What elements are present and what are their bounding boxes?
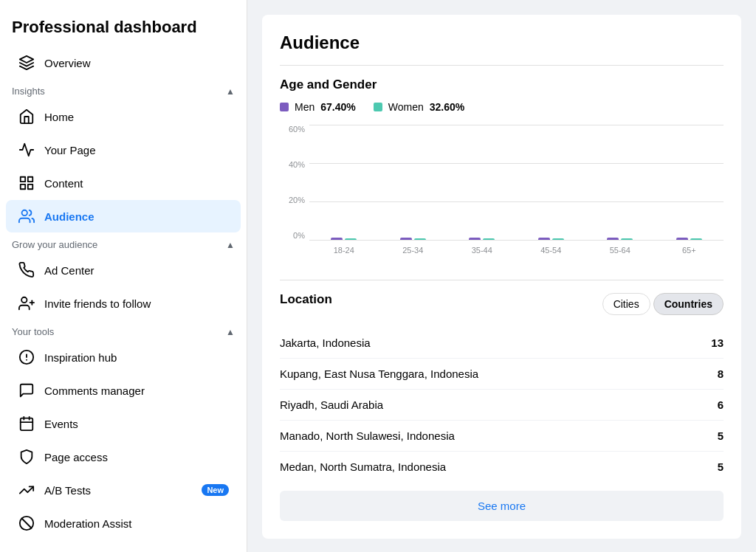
location-row: Kupang, East Nusa Tenggara, Indonesia 8 xyxy=(280,359,724,390)
sidebar-item-moderation-assist-label: Moderation Assist xyxy=(44,517,131,530)
sidebar-item-moderation-assist[interactable]: Moderation Assist xyxy=(6,507,241,539)
your-tools-chevron-icon: ▲ xyxy=(226,327,235,337)
sidebar-item-ab-tests[interactable]: A/B Tests New xyxy=(6,474,241,506)
tab-countries-button[interactable]: Countries xyxy=(653,293,724,315)
page-access-icon xyxy=(18,448,35,466)
sidebar-item-home[interactable]: Home xyxy=(6,100,241,133)
invite-icon xyxy=(18,294,35,312)
men-pct: 67.40% xyxy=(320,101,355,113)
sidebar-item-content[interactable]: Content xyxy=(6,167,241,199)
location-count: 6 xyxy=(718,399,724,411)
location-city: Medan, North Sumatra, Indonesia xyxy=(280,460,446,473)
your-tools-section-header[interactable]: Your tools ▲ xyxy=(0,320,247,340)
bar-label: 55-64 xyxy=(610,246,630,255)
location-table: Jakarta, Indonesia 13 Kupang, East Nusa … xyxy=(280,328,724,482)
sidebar-title: Professional dashboard xyxy=(0,12,247,46)
bar-group-35-44: 35-44 xyxy=(469,238,495,240)
men-label: Men xyxy=(295,101,315,113)
sidebar: Professional dashboard Overview Insights… xyxy=(0,0,247,552)
sidebar-item-inspiration-hub-label: Inspiration hub xyxy=(44,351,117,364)
location-city: Riyadh, Saudi Arabia xyxy=(280,399,383,411)
sidebar-item-audience-label: Audience xyxy=(44,210,94,223)
women-pct: 32.60% xyxy=(430,101,464,113)
ab-tests-icon xyxy=(18,481,35,499)
bar-women xyxy=(483,238,495,240)
sidebar-item-comments-manager-label: Comments manager xyxy=(44,384,145,397)
bar-label: 25-34 xyxy=(402,246,423,255)
events-icon xyxy=(18,415,35,432)
insights-section-header[interactable]: Insights ▲ xyxy=(0,80,247,100)
bar-women xyxy=(345,238,357,240)
svg-rect-1 xyxy=(21,177,25,182)
sidebar-item-events[interactable]: Events xyxy=(6,407,241,440)
sidebar-item-comments-manager[interactable]: Comments manager xyxy=(6,374,241,407)
bar-label: 65+ xyxy=(682,246,696,255)
divider-1 xyxy=(280,65,724,66)
location-count: 8 xyxy=(718,368,724,380)
bar-men xyxy=(469,238,481,240)
sidebar-item-inspiration-hub[interactable]: Inspiration hub xyxy=(6,341,241,373)
sidebar-item-events-label: Events xyxy=(44,418,78,430)
page-icon xyxy=(18,141,35,159)
location-title: Location xyxy=(280,292,332,307)
svg-rect-12 xyxy=(21,418,33,431)
sidebar-item-your-page-label: Your Page xyxy=(44,144,96,156)
men-dot xyxy=(280,103,289,111)
svg-marker-0 xyxy=(20,56,33,63)
location-row: Jakarta, Indonesia 13 xyxy=(280,328,724,359)
bar-label: 18-24 xyxy=(334,246,354,255)
sidebar-item-ad-center[interactable]: Ad Center xyxy=(6,254,241,286)
sidebar-item-audience[interactable]: Audience xyxy=(6,200,241,232)
audience-title: Audience xyxy=(280,32,724,53)
svg-rect-2 xyxy=(28,177,32,182)
home-icon xyxy=(18,108,35,125)
content-icon xyxy=(18,174,35,192)
tab-cities-button[interactable]: Cities xyxy=(602,293,650,315)
bar-men xyxy=(538,238,550,240)
bar-group-55-64: 55-64 xyxy=(607,238,633,240)
y-label-60: 60% xyxy=(289,125,305,134)
y-label-20: 20% xyxy=(289,196,305,204)
bar-women xyxy=(621,238,633,240)
grow-audience-section-header[interactable]: Grow your audience ▲ xyxy=(0,233,247,253)
sidebar-item-content-label: Content xyxy=(44,177,83,190)
bar-women xyxy=(690,238,702,240)
sidebar-item-page-access-label: Page access xyxy=(44,451,108,463)
sidebar-item-your-page[interactable]: Your Page xyxy=(6,134,241,166)
location-header: Location Cities Countries xyxy=(280,292,724,316)
sidebar-item-overview-label: Overview xyxy=(44,57,91,69)
insights-chevron-icon: ▲ xyxy=(226,86,235,97)
comments-icon xyxy=(18,382,35,399)
main-content: Audience Age and Gender Men 67.40% Women… xyxy=(247,0,756,552)
sidebar-item-invite-friends[interactable]: Invite friends to follow xyxy=(6,287,241,320)
age-gender-section: Age and Gender Men 67.40% Women 32.60% 6… xyxy=(280,77,724,258)
sidebar-item-page-access[interactable]: Page access xyxy=(6,441,241,473)
divider-2 xyxy=(280,280,724,280)
svg-rect-3 xyxy=(21,184,25,189)
location-city: Jakarta, Indonesia xyxy=(280,337,371,349)
location-count: 5 xyxy=(718,429,724,442)
location-section: Location Cities Countries Jakarta, Indon… xyxy=(280,292,724,521)
location-count: 5 xyxy=(718,460,724,473)
y-label-40: 40% xyxy=(289,160,305,169)
sidebar-item-overview[interactable]: Overview xyxy=(6,46,241,79)
insights-label: Insights xyxy=(12,86,45,97)
grow-chevron-icon: ▲ xyxy=(226,240,235,250)
bar-chart: 60% 40% 20% 0% 18-24 xyxy=(280,125,724,258)
legend: Men 67.40% Women 32.60% xyxy=(280,101,724,113)
bar-group-65+: 65+ xyxy=(676,238,702,240)
moderation-icon xyxy=(18,514,35,532)
ad-center-icon xyxy=(18,261,35,279)
location-count: 13 xyxy=(711,337,724,349)
bar-men xyxy=(400,238,412,240)
legend-men: Men 67.40% xyxy=(280,101,356,113)
see-more-button[interactable]: See more xyxy=(280,491,724,521)
bar-group-45-54: 45-54 xyxy=(538,238,564,240)
location-row: Manado, North Sulawesi, Indonesia 5 xyxy=(280,421,724,452)
sidebar-item-invite-friends-label: Invite friends to follow xyxy=(44,297,151,310)
bar-group-25-34: 25-34 xyxy=(400,238,426,240)
bar-group-18-24: 18-24 xyxy=(331,238,357,240)
y-label-0: 0% xyxy=(293,231,305,240)
svg-point-6 xyxy=(21,297,27,303)
location-city: Kupang, East Nusa Tenggara, Indonesia xyxy=(280,368,478,380)
